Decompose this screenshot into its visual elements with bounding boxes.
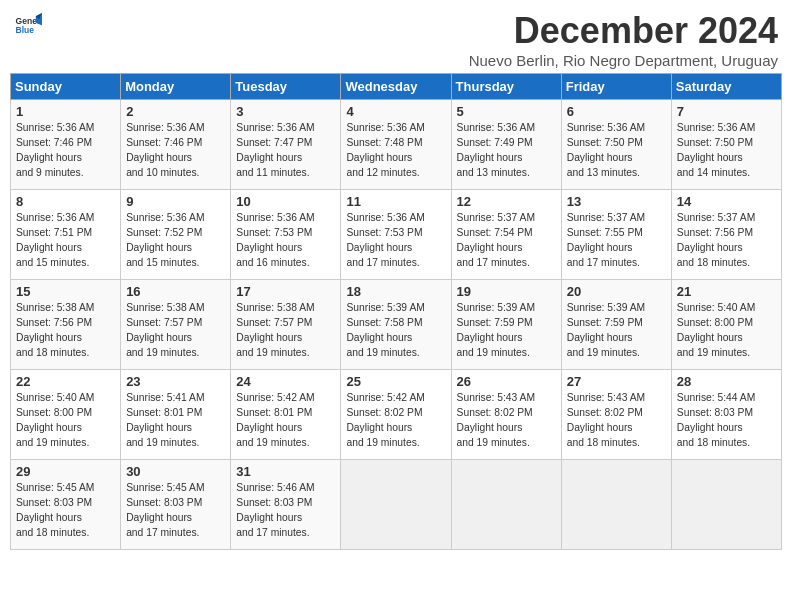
day-info: Sunrise: 5:38 AMSunset: 7:56 PMDaylight …	[16, 301, 115, 361]
day-number: 31	[236, 464, 335, 479]
calendar-cell: 2 Sunrise: 5:36 AMSunset: 7:46 PMDayligh…	[121, 100, 231, 190]
day-number: 27	[567, 374, 666, 389]
calendar-cell: 17 Sunrise: 5:38 AMSunset: 7:57 PMDaylig…	[231, 280, 341, 370]
day-number: 8	[16, 194, 115, 209]
day-number: 20	[567, 284, 666, 299]
day-number: 24	[236, 374, 335, 389]
calendar-cell: 31 Sunrise: 5:46 AMSunset: 8:03 PMDaylig…	[231, 460, 341, 550]
day-number: 3	[236, 104, 335, 119]
day-number: 10	[236, 194, 335, 209]
calendar-cell: 23 Sunrise: 5:41 AMSunset: 8:01 PMDaylig…	[121, 370, 231, 460]
day-info: Sunrise: 5:45 AMSunset: 8:03 PMDaylight …	[16, 481, 115, 541]
calendar-week-2: 8 Sunrise: 5:36 AMSunset: 7:51 PMDayligh…	[11, 190, 782, 280]
calendar-cell	[561, 460, 671, 550]
calendar-cell: 3 Sunrise: 5:36 AMSunset: 7:47 PMDayligh…	[231, 100, 341, 190]
calendar-cell: 11 Sunrise: 5:36 AMSunset: 7:53 PMDaylig…	[341, 190, 451, 280]
day-number: 30	[126, 464, 225, 479]
day-number: 14	[677, 194, 776, 209]
day-number: 19	[457, 284, 556, 299]
calendar-subtitle: Nuevo Berlin, Rio Negro Department, Urug…	[469, 52, 778, 69]
day-header-monday: Monday	[121, 74, 231, 100]
logo: General Blue	[14, 10, 42, 38]
calendar-table: SundayMondayTuesdayWednesdayThursdayFrid…	[10, 73, 782, 550]
day-info: Sunrise: 5:36 AMSunset: 7:47 PMDaylight …	[236, 121, 335, 181]
day-info: Sunrise: 5:36 AMSunset: 7:50 PMDaylight …	[567, 121, 666, 181]
day-info: Sunrise: 5:39 AMSunset: 7:58 PMDaylight …	[346, 301, 445, 361]
day-header-tuesday: Tuesday	[231, 74, 341, 100]
calendar-cell: 8 Sunrise: 5:36 AMSunset: 7:51 PMDayligh…	[11, 190, 121, 280]
day-info: Sunrise: 5:37 AMSunset: 7:56 PMDaylight …	[677, 211, 776, 271]
day-info: Sunrise: 5:39 AMSunset: 7:59 PMDaylight …	[457, 301, 556, 361]
day-info: Sunrise: 5:40 AMSunset: 8:00 PMDaylight …	[677, 301, 776, 361]
day-number: 7	[677, 104, 776, 119]
day-number: 18	[346, 284, 445, 299]
day-number: 5	[457, 104, 556, 119]
day-info: Sunrise: 5:46 AMSunset: 8:03 PMDaylight …	[236, 481, 335, 541]
day-info: Sunrise: 5:39 AMSunset: 7:59 PMDaylight …	[567, 301, 666, 361]
calendar-cell: 15 Sunrise: 5:38 AMSunset: 7:56 PMDaylig…	[11, 280, 121, 370]
calendar-week-1: 1 Sunrise: 5:36 AMSunset: 7:46 PMDayligh…	[11, 100, 782, 190]
calendar-cell: 14 Sunrise: 5:37 AMSunset: 7:56 PMDaylig…	[671, 190, 781, 280]
calendar-cell: 1 Sunrise: 5:36 AMSunset: 7:46 PMDayligh…	[11, 100, 121, 190]
calendar-header-row: SundayMondayTuesdayWednesdayThursdayFrid…	[11, 74, 782, 100]
calendar-cell: 10 Sunrise: 5:36 AMSunset: 7:53 PMDaylig…	[231, 190, 341, 280]
day-number: 15	[16, 284, 115, 299]
day-info: Sunrise: 5:37 AMSunset: 7:54 PMDaylight …	[457, 211, 556, 271]
calendar-cell: 7 Sunrise: 5:36 AMSunset: 7:50 PMDayligh…	[671, 100, 781, 190]
day-number: 29	[16, 464, 115, 479]
svg-text:Blue: Blue	[16, 25, 35, 35]
logo-icon: General Blue	[14, 10, 42, 38]
day-number: 2	[126, 104, 225, 119]
day-header-wednesday: Wednesday	[341, 74, 451, 100]
day-number: 13	[567, 194, 666, 209]
day-header-saturday: Saturday	[671, 74, 781, 100]
day-info: Sunrise: 5:36 AMSunset: 7:51 PMDaylight …	[16, 211, 115, 271]
calendar-cell: 27 Sunrise: 5:43 AMSunset: 8:02 PMDaylig…	[561, 370, 671, 460]
day-number: 12	[457, 194, 556, 209]
day-info: Sunrise: 5:36 AMSunset: 7:50 PMDaylight …	[677, 121, 776, 181]
calendar-cell: 16 Sunrise: 5:38 AMSunset: 7:57 PMDaylig…	[121, 280, 231, 370]
day-info: Sunrise: 5:41 AMSunset: 8:01 PMDaylight …	[126, 391, 225, 451]
day-number: 25	[346, 374, 445, 389]
calendar-cell: 22 Sunrise: 5:40 AMSunset: 8:00 PMDaylig…	[11, 370, 121, 460]
day-info: Sunrise: 5:37 AMSunset: 7:55 PMDaylight …	[567, 211, 666, 271]
title-block: December 2024 Nuevo Berlin, Rio Negro De…	[469, 10, 778, 69]
day-header-friday: Friday	[561, 74, 671, 100]
calendar-cell: 25 Sunrise: 5:42 AMSunset: 8:02 PMDaylig…	[341, 370, 451, 460]
day-info: Sunrise: 5:40 AMSunset: 8:00 PMDaylight …	[16, 391, 115, 451]
calendar-cell: 12 Sunrise: 5:37 AMSunset: 7:54 PMDaylig…	[451, 190, 561, 280]
day-number: 28	[677, 374, 776, 389]
calendar-week-3: 15 Sunrise: 5:38 AMSunset: 7:56 PMDaylig…	[11, 280, 782, 370]
page-header: General Blue December 2024 Nuevo Berlin,…	[10, 10, 782, 69]
day-info: Sunrise: 5:36 AMSunset: 7:53 PMDaylight …	[346, 211, 445, 271]
day-number: 26	[457, 374, 556, 389]
day-number: 16	[126, 284, 225, 299]
day-number: 1	[16, 104, 115, 119]
day-info: Sunrise: 5:36 AMSunset: 7:46 PMDaylight …	[16, 121, 115, 181]
day-number: 23	[126, 374, 225, 389]
calendar-week-5: 29 Sunrise: 5:45 AMSunset: 8:03 PMDaylig…	[11, 460, 782, 550]
calendar-cell: 21 Sunrise: 5:40 AMSunset: 8:00 PMDaylig…	[671, 280, 781, 370]
day-number: 17	[236, 284, 335, 299]
day-number: 22	[16, 374, 115, 389]
calendar-cell	[671, 460, 781, 550]
day-info: Sunrise: 5:38 AMSunset: 7:57 PMDaylight …	[236, 301, 335, 361]
day-info: Sunrise: 5:36 AMSunset: 7:53 PMDaylight …	[236, 211, 335, 271]
day-info: Sunrise: 5:36 AMSunset: 7:48 PMDaylight …	[346, 121, 445, 181]
calendar-cell: 18 Sunrise: 5:39 AMSunset: 7:58 PMDaylig…	[341, 280, 451, 370]
calendar-cell: 5 Sunrise: 5:36 AMSunset: 7:49 PMDayligh…	[451, 100, 561, 190]
calendar-cell: 9 Sunrise: 5:36 AMSunset: 7:52 PMDayligh…	[121, 190, 231, 280]
day-info: Sunrise: 5:38 AMSunset: 7:57 PMDaylight …	[126, 301, 225, 361]
day-info: Sunrise: 5:36 AMSunset: 7:52 PMDaylight …	[126, 211, 225, 271]
day-header-thursday: Thursday	[451, 74, 561, 100]
day-number: 9	[126, 194, 225, 209]
calendar-cell: 19 Sunrise: 5:39 AMSunset: 7:59 PMDaylig…	[451, 280, 561, 370]
day-number: 21	[677, 284, 776, 299]
day-info: Sunrise: 5:42 AMSunset: 8:01 PMDaylight …	[236, 391, 335, 451]
calendar-cell: 24 Sunrise: 5:42 AMSunset: 8:01 PMDaylig…	[231, 370, 341, 460]
calendar-cell: 6 Sunrise: 5:36 AMSunset: 7:50 PMDayligh…	[561, 100, 671, 190]
calendar-cell	[451, 460, 561, 550]
day-header-sunday: Sunday	[11, 74, 121, 100]
day-number: 4	[346, 104, 445, 119]
calendar-cell: 4 Sunrise: 5:36 AMSunset: 7:48 PMDayligh…	[341, 100, 451, 190]
